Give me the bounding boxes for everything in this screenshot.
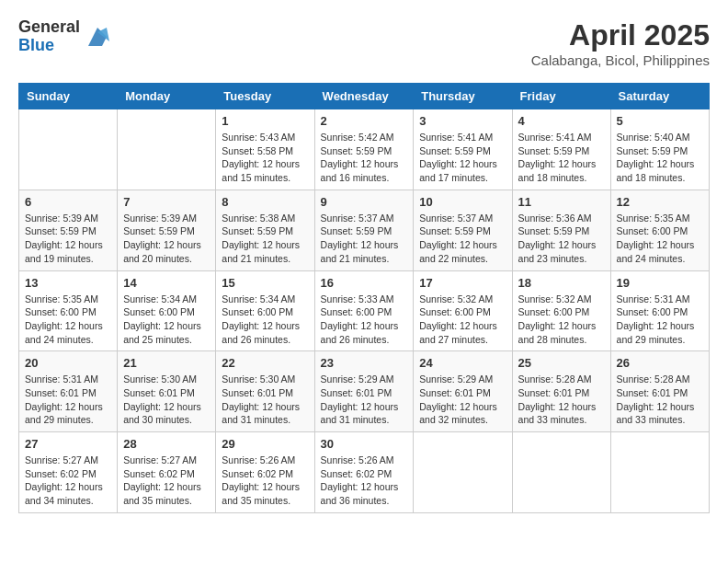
- calendar-cell: 24Sunrise: 5:29 AMSunset: 6:01 PMDayligh…: [414, 351, 512, 432]
- calendar-cell: 26Sunrise: 5:28 AMSunset: 6:01 PMDayligh…: [610, 351, 709, 432]
- day-info: Sunrise: 5:40 AMSunset: 5:59 PMDaylight:…: [617, 131, 703, 185]
- calendar-cell: 19Sunrise: 5:31 AMSunset: 6:00 PMDayligh…: [610, 270, 709, 351]
- day-number: 19: [617, 276, 703, 290]
- calendar-cell: 13Sunrise: 5:35 AMSunset: 6:00 PMDayligh…: [19, 270, 118, 351]
- calendar-cell: 9Sunrise: 5:37 AMSunset: 5:59 PMDaylight…: [314, 190, 414, 270]
- day-info: Sunrise: 5:35 AMSunset: 6:00 PMDaylight:…: [617, 212, 703, 266]
- calendar-cell: [19, 109, 118, 190]
- day-info: Sunrise: 5:42 AMSunset: 5:59 PMDaylight:…: [321, 131, 408, 185]
- day-number: 20: [25, 356, 111, 370]
- weekday-header-saturday: Saturday: [610, 84, 709, 109]
- calendar-cell: 16Sunrise: 5:33 AMSunset: 6:00 PMDayligh…: [314, 270, 414, 351]
- day-info: Sunrise: 5:41 AMSunset: 5:59 PMDaylight:…: [518, 131, 605, 185]
- day-number: 21: [123, 356, 210, 370]
- day-number: 6: [25, 195, 111, 209]
- day-number: 13: [25, 276, 111, 290]
- day-info: Sunrise: 5:37 AMSunset: 5:59 PMDaylight:…: [321, 212, 408, 266]
- day-number: 9: [321, 195, 408, 209]
- weekday-header-sunday: Sunday: [19, 84, 118, 109]
- logo-icon: [84, 23, 111, 51]
- day-number: 7: [123, 195, 210, 209]
- day-number: 18: [518, 276, 605, 290]
- day-number: 17: [419, 276, 506, 290]
- day-info: Sunrise: 5:30 AMSunset: 6:01 PMDaylight:…: [222, 373, 308, 427]
- calendar-cell: 1Sunrise: 5:43 AMSunset: 5:58 PMDaylight…: [216, 109, 314, 190]
- day-number: 16: [321, 276, 408, 290]
- weekday-header-row: SundayMondayTuesdayWednesdayThursdayFrid…: [19, 84, 710, 109]
- calendar-cell: 22Sunrise: 5:30 AMSunset: 6:01 PMDayligh…: [216, 351, 314, 432]
- calendar-cell: 5Sunrise: 5:40 AMSunset: 5:59 PMDaylight…: [610, 109, 709, 190]
- calendar-cell: 3Sunrise: 5:41 AMSunset: 5:59 PMDaylight…: [414, 109, 512, 190]
- day-number: 25: [518, 356, 605, 370]
- calendar-week-1: 1Sunrise: 5:43 AMSunset: 5:58 PMDaylight…: [19, 109, 710, 190]
- day-info: Sunrise: 5:38 AMSunset: 5:59 PMDaylight:…: [222, 212, 308, 266]
- calendar-cell: 11Sunrise: 5:36 AMSunset: 5:59 PMDayligh…: [512, 190, 610, 270]
- day-info: Sunrise: 5:28 AMSunset: 6:01 PMDaylight:…: [617, 373, 703, 427]
- day-info: Sunrise: 5:26 AMSunset: 6:02 PMDaylight:…: [222, 454, 308, 508]
- day-number: 15: [222, 276, 308, 290]
- title-section: April 2025 Calabanga, Bicol, Philippines: [531, 18, 710, 68]
- day-info: Sunrise: 5:43 AMSunset: 5:58 PMDaylight:…: [222, 131, 308, 185]
- day-info: Sunrise: 5:41 AMSunset: 5:59 PMDaylight:…: [419, 131, 506, 185]
- calendar-cell: 10Sunrise: 5:37 AMSunset: 5:59 PMDayligh…: [414, 190, 512, 270]
- calendar-cell: 20Sunrise: 5:31 AMSunset: 6:01 PMDayligh…: [19, 351, 118, 432]
- day-number: 10: [419, 195, 506, 209]
- day-info: Sunrise: 5:31 AMSunset: 6:00 PMDaylight:…: [617, 293, 703, 347]
- day-number: 29: [222, 437, 308, 451]
- day-info: Sunrise: 5:34 AMSunset: 6:00 PMDaylight:…: [123, 293, 210, 347]
- day-info: Sunrise: 5:32 AMSunset: 6:00 PMDaylight:…: [518, 293, 605, 347]
- weekday-header-tuesday: Tuesday: [216, 84, 314, 109]
- calendar-cell: 29Sunrise: 5:26 AMSunset: 6:02 PMDayligh…: [216, 432, 314, 513]
- day-number: 3: [419, 114, 506, 128]
- page-header: General Blue April 2025 Calabanga, Bicol…: [18, 18, 710, 68]
- calendar-cell: 7Sunrise: 5:39 AMSunset: 5:59 PMDaylight…: [118, 190, 216, 270]
- weekday-header-wednesday: Wednesday: [314, 84, 414, 109]
- day-info: Sunrise: 5:28 AMSunset: 6:01 PMDaylight:…: [518, 373, 605, 427]
- calendar-week-5: 27Sunrise: 5:27 AMSunset: 6:02 PMDayligh…: [19, 432, 710, 513]
- day-info: Sunrise: 5:29 AMSunset: 6:01 PMDaylight:…: [419, 373, 506, 427]
- calendar-cell: 12Sunrise: 5:35 AMSunset: 6:00 PMDayligh…: [610, 190, 709, 270]
- calendar-cell: 21Sunrise: 5:30 AMSunset: 6:01 PMDayligh…: [118, 351, 216, 432]
- calendar-cell: 28Sunrise: 5:27 AMSunset: 6:02 PMDayligh…: [118, 432, 216, 513]
- weekday-header-monday: Monday: [118, 84, 216, 109]
- weekday-header-thursday: Thursday: [414, 84, 512, 109]
- day-number: 8: [222, 195, 308, 209]
- calendar-cell: 27Sunrise: 5:27 AMSunset: 6:02 PMDayligh…: [19, 432, 118, 513]
- location: Calabanga, Bicol, Philippines: [531, 52, 710, 68]
- calendar-cell: 8Sunrise: 5:38 AMSunset: 5:59 PMDaylight…: [216, 190, 314, 270]
- day-info: Sunrise: 5:29 AMSunset: 6:01 PMDaylight:…: [321, 373, 408, 427]
- day-info: Sunrise: 5:32 AMSunset: 6:00 PMDaylight:…: [419, 293, 506, 347]
- day-number: 26: [617, 356, 703, 370]
- day-info: Sunrise: 5:31 AMSunset: 6:01 PMDaylight:…: [25, 373, 111, 427]
- day-info: Sunrise: 5:34 AMSunset: 6:00 PMDaylight:…: [222, 293, 308, 347]
- calendar-cell: 18Sunrise: 5:32 AMSunset: 6:00 PMDayligh…: [512, 270, 610, 351]
- month-title: April 2025: [531, 18, 710, 52]
- day-number: 1: [222, 114, 308, 128]
- day-info: Sunrise: 5:27 AMSunset: 6:02 PMDaylight:…: [25, 454, 111, 508]
- calendar-cell: [512, 432, 610, 513]
- logo: General Blue: [18, 18, 111, 55]
- logo-general-text: General: [18, 18, 80, 37]
- calendar-cell: 2Sunrise: 5:42 AMSunset: 5:59 PMDaylight…: [314, 109, 414, 190]
- day-number: 24: [419, 356, 506, 370]
- calendar-cell: 4Sunrise: 5:41 AMSunset: 5:59 PMDaylight…: [512, 109, 610, 190]
- logo-blue-text: Blue: [18, 37, 80, 55]
- calendar-cell: [414, 432, 512, 513]
- day-number: 30: [321, 437, 408, 451]
- weekday-header-friday: Friday: [512, 84, 610, 109]
- day-info: Sunrise: 5:39 AMSunset: 5:59 PMDaylight:…: [123, 212, 210, 266]
- day-number: 14: [123, 276, 210, 290]
- calendar-table: SundayMondayTuesdayWednesdayThursdayFrid…: [18, 83, 710, 513]
- calendar-week-3: 13Sunrise: 5:35 AMSunset: 6:00 PMDayligh…: [19, 270, 710, 351]
- day-info: Sunrise: 5:30 AMSunset: 6:01 PMDaylight:…: [123, 373, 210, 427]
- calendar-cell: [118, 109, 216, 190]
- calendar-cell: [610, 432, 709, 513]
- day-number: 5: [617, 114, 703, 128]
- day-info: Sunrise: 5:36 AMSunset: 5:59 PMDaylight:…: [518, 212, 605, 266]
- day-number: 22: [222, 356, 308, 370]
- calendar-cell: 6Sunrise: 5:39 AMSunset: 5:59 PMDaylight…: [19, 190, 118, 270]
- day-info: Sunrise: 5:35 AMSunset: 6:00 PMDaylight:…: [25, 293, 111, 347]
- calendar-week-2: 6Sunrise: 5:39 AMSunset: 5:59 PMDaylight…: [19, 190, 710, 270]
- day-info: Sunrise: 5:27 AMSunset: 6:02 PMDaylight:…: [123, 454, 210, 508]
- calendar-cell: 17Sunrise: 5:32 AMSunset: 6:00 PMDayligh…: [414, 270, 512, 351]
